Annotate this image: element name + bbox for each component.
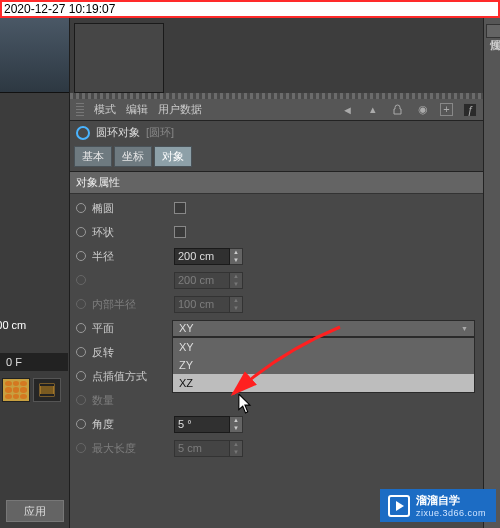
watermark: 溜溜自学 zixue.3d66.com [380, 489, 496, 522]
spinner: ▲▼ [230, 296, 243, 313]
spinner[interactable]: ▲▼ [230, 416, 243, 433]
timestamp-overlay: 2020-12-27 10:19:07 [0, 0, 500, 18]
row-radius: 半径 ▲▼ [70, 244, 483, 268]
label-ellipse: 椭圆 [92, 201, 172, 216]
row-inner-radius: 内部半径 ▲▼ [70, 292, 483, 316]
lock-icon[interactable] [390, 102, 405, 117]
input-inner-radius [174, 296, 230, 313]
input-radius2 [174, 272, 230, 289]
label-plane: 平面 [92, 321, 172, 336]
param-radio[interactable] [70, 419, 92, 429]
attribute-tabs: 基本 坐标 对象 [70, 146, 483, 167]
param-radio [70, 275, 92, 285]
right-tab-attributes[interactable]: 属性 [486, 24, 500, 38]
row-angle: 角度 ▲▼ [70, 412, 483, 436]
section-header: 对象属性 [70, 171, 483, 194]
row-ring: 环状 [70, 220, 483, 244]
spinner: ▲▼ [230, 272, 243, 289]
object-name: 圆环对象 [96, 125, 140, 140]
checkbox-ring[interactable] [174, 226, 186, 238]
function-icon[interactable]: ƒ [463, 103, 477, 117]
param-radio[interactable] [70, 203, 92, 213]
menu-edit[interactable]: 编辑 [126, 102, 148, 117]
watermark-url: zixue.3d66.com [416, 508, 486, 518]
chevron-down-icon: ▼ [461, 325, 468, 332]
row-ellipse: 椭圆 [70, 196, 483, 220]
viewport-column: 距 : 100 cm 0 F 应用 [0, 18, 70, 528]
nav-back-icon[interactable]: ◄ [340, 102, 355, 117]
param-radio [70, 395, 92, 405]
label-maxlen: 最大长度 [92, 441, 172, 456]
menu-mode[interactable]: 模式 [94, 102, 116, 117]
tab-object[interactable]: 对象 [154, 146, 192, 167]
label-interp: 点插值方式 [92, 369, 172, 384]
label-inner-radius: 内部半径 [92, 297, 172, 312]
panel-menubar: 模式 编辑 用户数据 ◄ ▴ ◉ + ƒ [70, 99, 483, 121]
object-type: [圆环] [146, 125, 174, 140]
label-ring: 环状 [92, 225, 172, 240]
svg-rect-1 [40, 384, 54, 386]
label-count: 数量 [92, 393, 172, 408]
layout-grid-icon[interactable] [2, 378, 30, 402]
target-icon[interactable]: ◉ [415, 102, 430, 117]
label-radius: 半径 [92, 249, 172, 264]
object-title-row: 圆环对象 [圆环] [70, 121, 483, 144]
apply-button[interactable]: 应用 [6, 500, 64, 522]
viewport-thumbnail [0, 18, 69, 93]
grip-icon [76, 103, 84, 117]
input-angle[interactable] [174, 416, 230, 433]
nav-up-icon[interactable]: ▴ [365, 102, 380, 117]
timeline-icon[interactable] [33, 378, 61, 402]
param-radio [70, 299, 92, 309]
spinner: ▲▼ [230, 440, 243, 457]
param-radio[interactable] [70, 371, 92, 381]
watermark-brand: 溜溜自学 [416, 494, 460, 506]
preview-tile [74, 23, 164, 93]
label-reverse: 反转 [92, 345, 172, 360]
preview-strip [70, 18, 483, 93]
row-radius2: ▲▼ [70, 268, 483, 292]
menu-userdata[interactable]: 用户数据 [158, 102, 202, 117]
param-radio [70, 443, 92, 453]
ring-object-icon [76, 126, 90, 140]
checkbox-ellipse[interactable] [174, 202, 186, 214]
viewport-misc-readout: 0 F [0, 353, 68, 371]
cursor-icon [238, 394, 253, 414]
input-radius[interactable] [174, 248, 230, 265]
attribute-panel: 模式 编辑 用户数据 ◄ ▴ ◉ + ƒ 圆环对象 [圆环] 基本 坐标 对象 … [70, 18, 483, 528]
viewport-distance-readout: 距 : 100 cm [0, 318, 26, 333]
properties-body: 椭圆 环状 半径 ▲▼ ▲▼ 内部半径 ▲▼ [70, 194, 483, 528]
row-maxlen: 最大长度 ▲▼ [70, 436, 483, 460]
input-maxlen [174, 440, 230, 457]
spinner[interactable]: ▲▼ [230, 248, 243, 265]
dropdown-plane-value: XY [179, 322, 194, 334]
tab-basic[interactable]: 基本 [74, 146, 112, 167]
tab-coord[interactable]: 坐标 [114, 146, 152, 167]
param-radio[interactable] [70, 227, 92, 237]
param-radio[interactable] [70, 347, 92, 357]
label-angle: 角度 [92, 417, 172, 432]
watermark-play-icon [388, 495, 410, 517]
new-icon[interactable]: + [440, 103, 453, 116]
param-radio[interactable] [70, 251, 92, 261]
param-radio[interactable] [70, 323, 92, 333]
svg-rect-2 [40, 394, 54, 396]
right-dock: 属性 [483, 18, 500, 528]
